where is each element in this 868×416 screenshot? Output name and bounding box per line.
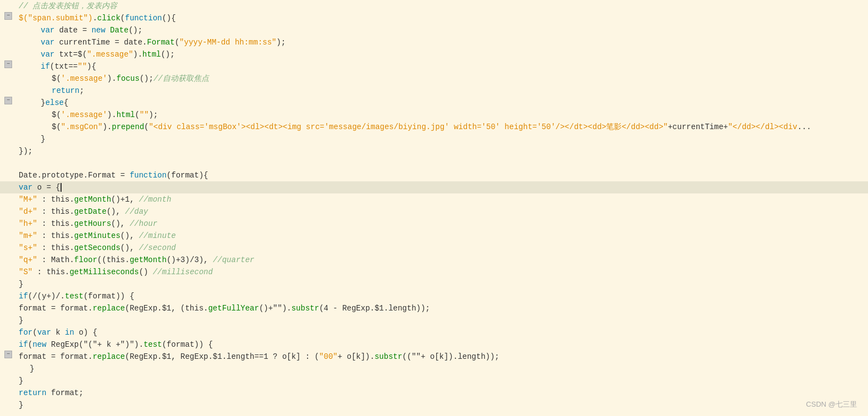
token-plain: RegExp("("+ k +")").: [46, 340, 143, 349]
code-line: }: [0, 399, 868, 411]
code-line: return format;: [0, 387, 868, 399]
token-plain: (),: [120, 231, 139, 240]
token-plain: (RegExp.$1, RegExp.$1.length==1 ? o[k] :…: [125, 352, 319, 361]
token-plain: (txt==: [50, 62, 78, 71]
fold-marker[interactable]: −: [4, 12, 12, 20]
code-line: return;: [0, 85, 868, 97]
token-plain: (format)) {: [84, 292, 134, 301]
token-keyword: var: [41, 50, 54, 59]
token-keyword: return: [52, 86, 79, 95]
token-keyword: new: [32, 340, 46, 349]
token-plain: }: [19, 316, 23, 325]
line-content: return;: [17, 85, 868, 97]
token-keyword: function: [125, 14, 162, 23]
line-content: }: [17, 278, 868, 290]
code-line: "q+" : Math.floor((this.getMonth()+3)/3)…: [0, 254, 868, 266]
token-plain: (: [175, 38, 179, 47]
token-plain: ).: [107, 74, 117, 83]
token-plain: ()+1,: [111, 195, 139, 204]
token-method: getFullYear: [208, 304, 259, 313]
code-line: −$("span.submit").click(function(){: [0, 12, 868, 24]
token-plain: (),: [120, 243, 139, 252]
line-content: $('.message').focus();//自动获取焦点: [17, 73, 868, 85]
token-plain: }: [19, 376, 23, 385]
token-plain: ;: [79, 86, 84, 95]
token-method: getMonth: [74, 195, 111, 204]
code-line: − if(txt==""){: [0, 60, 868, 73]
code-line: // 点击发表按钮，发表内容: [0, 0, 868, 12]
token-string: "<div class='msgBox'><dl><dt><img src='m…: [149, 123, 668, 131]
token-keyword: return: [19, 389, 46, 397]
token-plain: (: [135, 110, 139, 119]
code-line: });: [0, 145, 868, 157]
token-keyword: var: [19, 183, 32, 192]
line-content: "h+" : this.getHours(), //hour: [17, 218, 868, 230]
line-content: if(/(y+)/.test(format)) {: [17, 290, 868, 302]
code-line: if(/(y+)/.test(format)) {: [0, 290, 868, 302]
token-plain: ((: [97, 256, 107, 264]
token-plain: date =: [54, 26, 91, 35]
line-content: "q+" : Math.floor((this.getMonth()+3)/3)…: [17, 254, 868, 266]
token-plain: k: [51, 328, 65, 337]
code-line: − }else{: [0, 97, 868, 109]
token-comment: //month: [139, 195, 171, 204]
token-method: focus: [117, 74, 140, 83]
line-content: format = format.replace(RegExp.$1, RegEx…: [17, 351, 868, 363]
code-line: $(".msgCon").prepend("<div class='msgBox…: [0, 121, 868, 133]
token-keyword: for: [19, 328, 32, 337]
fold-marker[interactable]: −: [4, 97, 12, 104]
token-plain: format = format.: [19, 352, 92, 361]
line-gutter: −: [0, 351, 17, 358]
code-line: format = format.replace(RegExp.$1, (this…: [0, 302, 868, 314]
code-line: $('.message').focus();//自动获取焦点: [0, 73, 868, 85]
line-content: $("span.submit").click(function(){: [17, 12, 868, 24]
token-plain: currentTime = date.: [54, 38, 147, 47]
line-content: "m+" : this.getMinutes(), //minute: [17, 230, 868, 242]
token-plain: :: [37, 243, 51, 252]
token-this: this: [51, 231, 70, 240]
token-method: getMinutes: [74, 231, 120, 240]
fold-marker[interactable]: −: [4, 60, 12, 68]
line-content: format = format.replace(RegExp.$1, (this…: [17, 302, 868, 314]
token-this: this: [51, 207, 70, 216]
line-content: var o = {: [17, 181, 868, 193]
code-line: }: [0, 363, 868, 375]
code-line: "m+" : this.getMinutes(), //minute: [0, 230, 868, 242]
token-method: getDate: [74, 207, 107, 216]
token-comment: //minute: [139, 231, 175, 240]
line-content: var txt=$(".message").html();: [17, 48, 868, 60]
code-line: var date = new Date();: [0, 24, 868, 36]
line-content: }: [17, 399, 868, 411]
token-plain: (format){: [167, 171, 208, 180]
token-plain: (: [32, 328, 37, 337]
token-plain: (){: [162, 14, 175, 23]
token-keyword: else: [45, 98, 64, 107]
token-plain: .: [92, 14, 97, 23]
token-plain: });: [19, 147, 32, 156]
token-this: this: [51, 243, 70, 252]
line-content: });: [17, 145, 868, 157]
code-line: }: [0, 375, 868, 387]
token-string: "h+": [19, 219, 37, 228]
token-plain: [106, 26, 110, 35]
token-plain: );: [149, 110, 158, 119]
fold-marker[interactable]: −: [4, 351, 12, 358]
line-content: return format;: [17, 387, 868, 399]
text-cursor: [61, 183, 62, 192]
token-plain: o) {: [74, 328, 97, 337]
token-plain: }: [19, 280, 23, 289]
token-plain: :: [37, 207, 51, 216]
token-plain: ...: [797, 123, 811, 131]
line-content: }: [17, 133, 868, 145]
line-content: for(var k in o) {: [17, 326, 868, 339]
token-keyword: in: [65, 328, 74, 337]
token-string: "</dd></dl><div: [728, 123, 797, 131]
token-plain: (4 - RegExp.$1.length));: [319, 304, 430, 313]
token-plain: (: [28, 340, 32, 349]
token-string: "yyyy-MM-dd hh:mm:ss": [179, 38, 276, 47]
token-plain: :: [32, 268, 46, 276]
token-method: getHours: [74, 219, 111, 228]
token-plain: o = {: [32, 183, 60, 192]
token-string: '.message': [61, 74, 107, 83]
code-line: Date.prototype.Format = function(format)…: [0, 169, 868, 181]
